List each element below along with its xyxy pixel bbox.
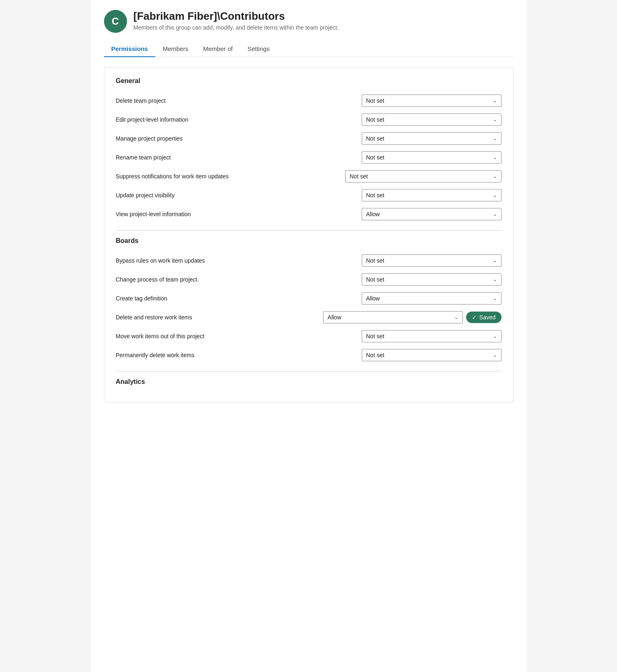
permission-row-manage-project-properties: Manage project properties Not set ⌄ <box>116 129 501 148</box>
permission-select-suppress-notifications[interactable]: Not set ⌄ <box>345 170 501 182</box>
chevron-down-icon: ⌄ <box>493 258 497 263</box>
permission-label: Permanently delete work items <box>116 352 355 358</box>
section-title-boards: Boards <box>116 237 501 245</box>
permission-label: Bypass rules on work item updates <box>116 257 355 264</box>
select-value: Not set <box>366 276 384 283</box>
select-value: Not set <box>366 116 384 123</box>
page-container: C [Fabrikam Fiber]\Contributors Members … <box>91 0 527 672</box>
chevron-down-icon: ⌄ <box>493 98 497 104</box>
select-value: Allow <box>328 314 341 321</box>
tab-members[interactable]: Members <box>155 41 196 57</box>
permission-label: Move work items out of this project <box>116 333 355 339</box>
permission-row-delete-team-project: Delete team project Not set ⌄ <box>116 91 501 110</box>
permission-label: Change process of team project. <box>116 276 355 283</box>
tab-member-of[interactable]: Member of <box>196 41 240 57</box>
permission-select-view-project-level-info[interactable]: Allow ⌄ <box>362 208 501 220</box>
permission-row-suppress-notifications: Suppress notifications for work item upd… <box>116 167 501 186</box>
chevron-down-icon: ⌄ <box>493 211 497 217</box>
permission-select-rename-team-project[interactable]: Not set ⌄ <box>362 151 501 164</box>
permission-select-manage-project-properties[interactable]: Not set ⌄ <box>362 132 501 145</box>
section-title-general: General <box>116 77 501 85</box>
select-value: Not set <box>366 257 384 264</box>
select-with-badge: Allow ⌄ ✓ Saved <box>323 311 501 323</box>
tab-permissions[interactable]: Permissions <box>104 41 155 57</box>
permission-select-edit-project-level-info[interactable]: Not set ⌄ <box>362 113 501 126</box>
select-value: Not set <box>366 154 384 161</box>
permission-select-delete-team-project[interactable]: Not set ⌄ <box>362 95 501 107</box>
chevron-down-icon: ⌄ <box>493 352 497 358</box>
chevron-down-icon: ⌄ <box>493 296 497 301</box>
chevron-down-icon: ⌄ <box>493 277 497 282</box>
chevron-down-icon: ⌄ <box>493 192 497 198</box>
chevron-down-icon: ⌄ <box>493 117 497 122</box>
page-title: [Fabrikam Fiber]\Contributors <box>134 10 339 23</box>
permission-row-create-tag: Create tag definition Allow ⌄ <box>116 289 501 308</box>
chevron-down-icon: ⌄ <box>493 136 497 141</box>
permission-row-view-project-level-info: View project-level information Allow ⌄ <box>116 205 501 224</box>
permission-row-change-process: Change process of team project. Not set … <box>116 270 501 289</box>
permission-label: Update project visibility <box>116 192 355 199</box>
permission-label: Suppress notifications for work item upd… <box>116 173 339 180</box>
select-value: Not set <box>366 333 384 339</box>
permission-label: Rename team project <box>116 154 355 161</box>
permission-label: Edit project-level information <box>116 116 355 123</box>
permission-row-edit-project-level-info: Edit project-level information Not set ⌄ <box>116 110 501 129</box>
permission-select-update-project-visibility[interactable]: Not set ⌄ <box>362 189 501 201</box>
avatar: C <box>104 10 127 33</box>
select-value: Not set <box>366 97 384 104</box>
select-value: Allow <box>366 295 380 302</box>
permission-row-bypass-rules: Bypass rules on work item updates Not se… <box>116 251 501 270</box>
page-header: C [Fabrikam Fiber]\Contributors Members … <box>104 10 513 33</box>
select-value: Not set <box>366 192 384 199</box>
saved-badge: ✓ Saved <box>466 312 501 323</box>
chevron-down-icon: ⌄ <box>493 333 497 339</box>
permission-select-move-work-items[interactable]: Not set ⌄ <box>362 330 501 342</box>
chevron-down-icon: ⌄ <box>493 155 497 160</box>
select-value: Not set <box>366 135 384 142</box>
header-text: [Fabrikam Fiber]\Contributors Members of… <box>134 10 339 31</box>
permission-label: Delete and restore work items <box>116 314 317 321</box>
permission-row-permanently-delete: Permanently delete work items Not set ⌄ <box>116 346 501 365</box>
permission-select-permanently-delete[interactable]: Not set ⌄ <box>362 349 501 361</box>
page-subtitle: Members of this group can add, modify, a… <box>134 24 339 31</box>
permission-label: Create tag definition <box>116 295 355 302</box>
chevron-down-icon: ⌄ <box>454 314 458 320</box>
content-card: General Delete team project Not set ⌄ Ed… <box>104 67 513 402</box>
select-value: Not set <box>350 173 368 180</box>
select-value: Allow <box>366 211 380 217</box>
permission-label: View project-level information <box>116 211 355 217</box>
permission-label: Delete team project <box>116 97 355 104</box>
check-icon: ✓ <box>472 314 477 321</box>
section-divider <box>116 230 501 231</box>
tab-settings[interactable]: Settings <box>240 41 277 57</box>
permission-row-rename-team-project: Rename team project Not set ⌄ <box>116 148 501 167</box>
permission-select-change-process[interactable]: Not set ⌄ <box>362 273 501 286</box>
chevron-down-icon: ⌄ <box>493 173 497 179</box>
select-value: Not set <box>366 352 384 358</box>
permission-row-update-project-visibility: Update project visibility Not set ⌄ <box>116 186 501 205</box>
permission-row-delete-restore-work-items: Delete and restore work items Allow ⌄ ✓ … <box>116 308 501 327</box>
permission-label: Manage project properties <box>116 135 355 142</box>
section-divider-analytics <box>116 371 501 372</box>
saved-label: Saved <box>479 314 496 321</box>
section-title-analytics: Analytics <box>116 378 501 386</box>
permission-select-create-tag[interactable]: Allow ⌄ <box>362 292 501 305</box>
tab-bar: Permissions Members Member of Settings <box>104 41 513 57</box>
permission-row-move-work-items: Move work items out of this project Not … <box>116 327 501 346</box>
permission-select-bypass-rules[interactable]: Not set ⌄ <box>362 254 501 267</box>
permission-select-delete-restore[interactable]: Allow ⌄ <box>323 311 463 323</box>
